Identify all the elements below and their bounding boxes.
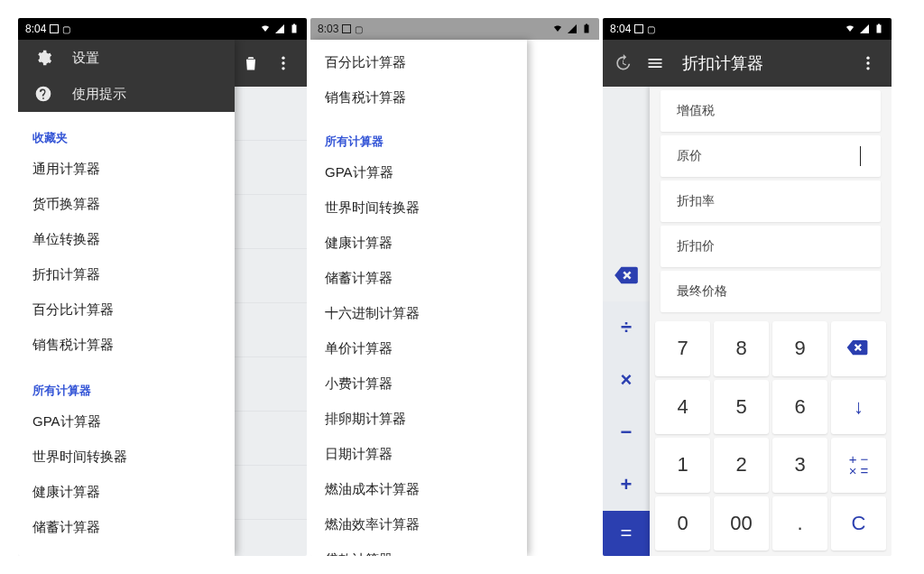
field-2[interactable]: 折扣率 bbox=[661, 181, 881, 222]
drawer-scroll[interactable]: 收藏夹 通用计算器货币换算器单位转换器折扣计算器百分比计算器销售税计算器 所有计… bbox=[18, 112, 235, 556]
drawer-item[interactable]: 百分比计算器 bbox=[310, 45, 527, 80]
op-backspace[interactable] bbox=[603, 249, 650, 301]
navigation-drawer: 百分比计算器销售税计算器 所有计算器 GPA计算器世界时间转换器健康计算器储蓄计… bbox=[310, 40, 527, 556]
key-clear[interactable]: C bbox=[831, 496, 886, 551]
svg-point-2 bbox=[282, 67, 284, 69]
screenshot-icon bbox=[634, 24, 643, 33]
gear-icon bbox=[34, 49, 52, 67]
battery-icon bbox=[873, 23, 884, 34]
section-favorites: 收藏夹 bbox=[18, 121, 235, 152]
key-1[interactable]: 1 bbox=[655, 438, 710, 493]
status-time: 8:04 bbox=[25, 23, 46, 35]
drawer-item[interactable]: 排卵期计算器 bbox=[310, 402, 527, 437]
battery-icon bbox=[581, 23, 592, 34]
app-bar: 折扣计算器 bbox=[603, 40, 892, 87]
screenshot-icon bbox=[50, 24, 59, 33]
signal-icon bbox=[567, 23, 578, 34]
drawer-item[interactable]: 单位转换器 bbox=[18, 222, 235, 257]
wifi-icon bbox=[552, 23, 563, 34]
svg-point-0 bbox=[282, 57, 284, 60]
op-divide[interactable]: ÷ bbox=[603, 301, 650, 354]
svg-point-4 bbox=[866, 61, 869, 64]
drawer-item[interactable]: 通用计算器 bbox=[18, 152, 235, 187]
field-0[interactable]: 增值税 bbox=[661, 90, 881, 132]
screen-drawer-top: 8:04 ▢ 设置 bbox=[18, 18, 307, 556]
screen-drawer-scrolled: 8:03 ▢ 百分比计算器销售税计算器 所有计算器 GPA计算器世界时间转换器健… bbox=[310, 18, 599, 556]
drawer-item[interactable]: 燃油效率计算器 bbox=[310, 507, 527, 542]
key-backspace[interactable] bbox=[831, 321, 886, 376]
op-equals[interactable]: = bbox=[603, 511, 650, 556]
drawer-item[interactable]: 燃油成本计算器 bbox=[310, 472, 527, 507]
key-ops-toggle[interactable]: + −× = bbox=[831, 438, 886, 493]
key-0[interactable]: 0 bbox=[655, 496, 710, 551]
op-plus[interactable]: + bbox=[603, 458, 650, 511]
field-label: 增值税 bbox=[677, 103, 715, 119]
drawer-item[interactable]: 健康计算器 bbox=[310, 226, 527, 261]
drawer-scroll[interactable]: 百分比计算器销售税计算器 所有计算器 GPA计算器世界时间转换器健康计算器储蓄计… bbox=[310, 40, 527, 556]
drawer-item[interactable]: 世界时间转换器 bbox=[310, 190, 527, 226]
field-label: 原价 bbox=[677, 148, 702, 164]
field-1[interactable]: 原价 bbox=[661, 135, 881, 177]
drawer-item[interactable]: 贷款计算器 bbox=[310, 542, 527, 556]
drawer-item[interactable]: 世界时间转换器 bbox=[18, 440, 235, 475]
key-3[interactable]: 3 bbox=[772, 438, 827, 493]
drawer-item[interactable]: 储蓄计算器 bbox=[18, 510, 235, 545]
drawer-settings-label: 设置 bbox=[72, 50, 99, 67]
key-4[interactable]: 4 bbox=[655, 380, 710, 435]
wifi-icon bbox=[845, 23, 855, 34]
drawer-item[interactable]: 折扣计算器 bbox=[18, 257, 235, 292]
drawer-item[interactable]: 货币换算器 bbox=[18, 187, 235, 222]
status-bar: 8:03 ▢ bbox=[310, 18, 599, 40]
key-next-field[interactable]: ↓ bbox=[831, 380, 886, 435]
svg-point-5 bbox=[866, 67, 869, 69]
drawer-item[interactable]: 十六进制计算器 bbox=[310, 296, 527, 331]
signal-icon bbox=[859, 23, 870, 34]
signal-icon bbox=[274, 23, 285, 34]
key-2[interactable]: 2 bbox=[714, 438, 769, 493]
key-8[interactable]: 8 bbox=[714, 321, 769, 376]
field-label: 折扣率 bbox=[677, 193, 715, 209]
history-button[interactable] bbox=[606, 47, 639, 79]
screen-discount-calculator: 8:04 ▢ 折扣计算器 bbox=[603, 18, 892, 556]
drawer-item[interactable]: 单价计算器 bbox=[310, 331, 527, 366]
drawer-tips[interactable]: 使用提示 bbox=[18, 76, 235, 112]
screenshot-icon bbox=[342, 24, 351, 33]
drawer-item[interactable]: GPA计算器 bbox=[18, 404, 235, 440]
page-title: 折扣计算器 bbox=[682, 52, 852, 74]
field-3[interactable]: 折扣价 bbox=[661, 226, 881, 267]
drawer-item[interactable]: 销售税计算器 bbox=[18, 328, 235, 363]
key-9[interactable]: 9 bbox=[772, 321, 827, 376]
card-icon: ▢ bbox=[62, 24, 70, 34]
op-minus[interactable]: − bbox=[603, 406, 650, 458]
overflow-menu-button[interactable] bbox=[852, 47, 884, 79]
card-icon: ▢ bbox=[355, 24, 363, 34]
key-7[interactable]: 7 bbox=[655, 321, 710, 376]
key-6[interactable]: 6 bbox=[772, 380, 827, 435]
drawer-item[interactable]: 储蓄计算器 bbox=[310, 261, 527, 296]
field-4[interactable]: 最终价格 bbox=[661, 271, 881, 312]
drawer-item[interactable]: GPA计算器 bbox=[310, 155, 527, 190]
keypad: 789456↓123+ −× =000.C bbox=[650, 318, 892, 556]
field-label: 最终价格 bbox=[677, 283, 727, 300]
status-time: 8:03 bbox=[318, 23, 338, 35]
op-multiply[interactable]: × bbox=[603, 354, 650, 406]
drawer-item[interactable]: 日期计算器 bbox=[310, 437, 527, 472]
key-.[interactable]: . bbox=[772, 496, 827, 551]
key-5[interactable]: 5 bbox=[714, 380, 769, 435]
overflow-menu-button[interactable] bbox=[267, 47, 300, 79]
status-time: 8:04 bbox=[610, 23, 631, 35]
menu-button[interactable] bbox=[639, 47, 671, 79]
drawer-item[interactable]: 小费计算器 bbox=[310, 366, 527, 402]
drawer-item[interactable]: 销售税计算器 bbox=[310, 80, 527, 116]
drawer-settings[interactable]: 设置 bbox=[18, 40, 235, 76]
side-operators: ÷ × − + bbox=[603, 249, 650, 511]
status-bar: 8:04 ▢ bbox=[18, 18, 307, 40]
delete-button[interactable] bbox=[235, 47, 267, 79]
section-all: 所有计算器 bbox=[310, 125, 527, 155]
drawer-item[interactable]: 百分比计算器 bbox=[18, 292, 235, 328]
drawer-item[interactable]: 健康计算器 bbox=[18, 475, 235, 510]
help-icon bbox=[34, 85, 52, 103]
svg-point-3 bbox=[866, 57, 869, 60]
key-00[interactable]: 00 bbox=[714, 496, 769, 551]
field-label: 折扣价 bbox=[677, 238, 715, 255]
